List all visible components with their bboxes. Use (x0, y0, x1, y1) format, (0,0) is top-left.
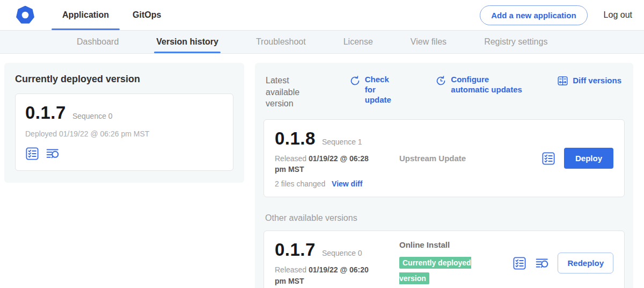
tab-license[interactable]: License (343, 31, 373, 53)
other-version-number: 0.1.7 (275, 240, 316, 260)
current-deployed-timestamp: Deployed 01/19/22 @ 06:26 pm MST (25, 129, 223, 138)
latest-files-changed-line: 2 files changed View diff (275, 179, 399, 188)
other-version-actions: Redeploy (513, 253, 613, 273)
latest-released-timestamp: Released 01/19/22 @ 06:28 pm MST (275, 153, 377, 175)
latest-version-actions: Deploy (541, 148, 613, 169)
latest-available-title: Latest available version (266, 75, 324, 110)
header-right: Add a new application Log out (480, 5, 644, 25)
sub-nav: Dashboard Version history Troubleshoot L… (0, 31, 644, 54)
currently-deployed-panel: Currently deployed version 0.1.7 Sequenc… (4, 63, 244, 183)
main-content: Currently deployed version 0.1.7 Sequenc… (0, 54, 644, 288)
current-version-sequence: Sequence 0 (72, 112, 113, 120)
deployed-badge-wrap: Currently deployed version (399, 255, 484, 286)
upstream-update-label: Upstream Update (399, 154, 466, 163)
tab-version-history-label: Version history (156, 37, 218, 47)
nav-tab-gitops[interactable]: GitOps (121, 0, 173, 30)
deploy-logs-icon[interactable] (535, 256, 549, 270)
released-prefix: Released (275, 265, 306, 274)
currently-deployed-badge: Currently deployed version (399, 257, 471, 284)
add-application-button[interactable]: Add a new application (480, 5, 587, 25)
released-prefix: Released (275, 154, 306, 163)
available-versions-panel: Latest available version Check for updat… (255, 63, 633, 288)
configure-automatic-updates-label: Configure automatic updates (451, 75, 523, 95)
check-update-icon (349, 75, 361, 87)
current-version-line: 0.1.7 Sequence 0 (25, 103, 223, 123)
current-version-card: 0.1.7 Sequence 0 Deployed 01/19/22 @ 06:… (15, 93, 233, 171)
tab-view-files[interactable]: View files (411, 31, 447, 53)
latest-version-info: 0.1.8 Sequence 1 Released 01/19/22 @ 06:… (275, 128, 399, 189)
config-checklist-icon[interactable] (25, 147, 39, 161)
other-released-timestamp: Released 01/19/22 @ 06:20 pm MST (275, 264, 377, 286)
nav-tab-application[interactable]: Application (50, 0, 121, 30)
latest-version-source: Upstream Update (399, 154, 541, 163)
latest-version-card: 0.1.8 Sequence 1 Released 01/19/22 @ 06:… (264, 119, 625, 198)
nav-tab-gitops-label: GitOps (133, 10, 161, 20)
deploy-logs-icon[interactable] (46, 147, 60, 161)
app-header: Application GitOps Add a new application… (0, 0, 644, 31)
other-available-versions-title: Other available versions (265, 213, 625, 223)
online-install-label: Online Install (399, 240, 450, 249)
check-for-update-link[interactable]: Check for update (349, 75, 401, 105)
main-nav: Application GitOps (50, 0, 173, 30)
other-version-info: 0.1.7 Sequence 0 Released 01/19/22 @ 06:… (275, 240, 399, 286)
current-version-actions (25, 147, 223, 161)
diff-versions-icon (557, 75, 568, 87)
tab-license-label: License (343, 37, 373, 47)
current-version-number: 0.1.7 (25, 103, 66, 123)
diff-versions-link[interactable]: Diff versions (557, 75, 621, 87)
tab-version-history[interactable]: Version history (156, 31, 218, 53)
view-diff-link[interactable]: View diff (332, 179, 362, 188)
available-versions-header: Latest available version Check for updat… (264, 71, 625, 110)
tab-troubleshoot-label: Troubleshoot (256, 37, 306, 47)
app-logo-icon[interactable] (16, 6, 34, 24)
tab-troubleshoot[interactable]: Troubleshoot (256, 31, 306, 53)
other-version-source: Online Install Currently deployed versio… (399, 240, 513, 286)
other-version-card: 0.1.7 Sequence 0 Released 01/19/22 @ 06:… (264, 231, 625, 288)
config-checklist-icon[interactable] (541, 152, 555, 165)
tab-dashboard[interactable]: Dashboard (77, 31, 119, 53)
currently-deployed-title: Currently deployed version (15, 74, 233, 85)
files-changed-label: 2 files changed (275, 179, 325, 188)
configure-automatic-updates-link[interactable]: Configure automatic updates (435, 75, 523, 95)
tab-registry-settings-label: Registry settings (484, 37, 547, 47)
latest-version-sequence: Sequence 1 (322, 138, 362, 146)
logout-link[interactable]: Log out (604, 10, 632, 20)
tab-view-files-label: View files (411, 37, 447, 47)
other-version-sequence: Sequence 0 (322, 249, 362, 257)
latest-version-number: 0.1.8 (275, 128, 316, 149)
diff-versions-label: Diff versions (573, 76, 621, 86)
check-for-update-label: Check for update (365, 75, 401, 105)
auto-update-icon (435, 75, 447, 87)
tab-dashboard-label: Dashboard (77, 37, 119, 47)
latest-version-line: 0.1.8 Sequence 1 (275, 128, 399, 149)
redeploy-button[interactable]: Redeploy (558, 253, 613, 273)
tab-registry-settings[interactable]: Registry settings (484, 31, 547, 53)
other-version-line: 0.1.7 Sequence 0 (275, 240, 399, 260)
config-checklist-icon[interactable] (513, 256, 526, 270)
deploy-button[interactable]: Deploy (564, 148, 613, 169)
nav-tab-application-label: Application (62, 10, 109, 20)
